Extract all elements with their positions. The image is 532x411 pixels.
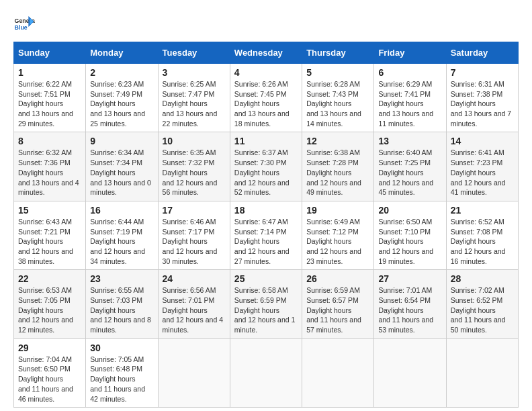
day-number: 13 <box>378 136 441 146</box>
day-number: 21 <box>451 205 514 216</box>
day-info: Sunrise: 6:28 AM Sunset: 7:43 PM Dayligh… <box>306 79 369 128</box>
calendar-cell: 20 Sunrise: 6:50 AM Sunset: 7:10 PM Dayl… <box>374 201 446 269</box>
day-number: 12 <box>306 136 369 146</box>
logo: General Blue <box>13 13 35 35</box>
calendar-cell: 12 Sunrise: 6:38 AM Sunset: 7:28 PM Dayl… <box>302 132 374 201</box>
day-number: 14 <box>451 136 514 146</box>
day-info: Sunrise: 6:38 AM Sunset: 7:28 PM Dayligh… <box>306 148 369 197</box>
day-info: Sunrise: 6:31 AM Sunset: 7:38 PM Dayligh… <box>451 79 514 128</box>
calendar-cell: 27 Sunrise: 7:01 AM Sunset: 6:54 PM Dayl… <box>374 270 446 338</box>
calendar-cell <box>446 338 518 407</box>
day-info: Sunrise: 6:37 AM Sunset: 7:30 PM Dayligh… <box>234 148 298 197</box>
calendar-cell: 1 Sunrise: 6:22 AM Sunset: 7:51 PM Dayli… <box>14 64 86 132</box>
calendar-cell: 4 Sunrise: 6:26 AM Sunset: 7:45 PM Dayli… <box>230 64 302 132</box>
day-number: 8 <box>18 136 81 146</box>
calendar-week-3: 15 Sunrise: 6:43 AM Sunset: 7:21 PM Dayl… <box>14 201 519 269</box>
day-number: 19 <box>306 205 369 216</box>
day-number: 16 <box>90 205 153 216</box>
day-info: Sunrise: 6:55 AM Sunset: 7:03 PM Dayligh… <box>90 285 153 334</box>
day-number: 22 <box>18 273 81 284</box>
day-info: Sunrise: 6:43 AM Sunset: 7:21 PM Dayligh… <box>18 217 81 266</box>
calendar-week-5: 29 Sunrise: 7:04 AM Sunset: 6:50 PM Dayl… <box>14 338 519 407</box>
calendar-cell: 15 Sunrise: 6:43 AM Sunset: 7:21 PM Dayl… <box>14 201 86 269</box>
calendar-cell: 13 Sunrise: 6:40 AM Sunset: 7:25 PM Dayl… <box>374 132 446 201</box>
calendar-week-2: 8 Sunrise: 6:32 AM Sunset: 7:36 PM Dayli… <box>14 132 519 201</box>
day-number: 24 <box>163 273 226 284</box>
day-number: 1 <box>18 67 81 78</box>
day-number: 23 <box>90 273 153 284</box>
calendar-cell <box>230 338 302 407</box>
calendar-cell: 16 Sunrise: 6:44 AM Sunset: 7:19 PM Dayl… <box>86 201 158 269</box>
calendar-cell: 14 Sunrise: 6:41 AM Sunset: 7:23 PM Dayl… <box>446 132 518 201</box>
day-number: 26 <box>306 273 369 284</box>
calendar-cell: 10 Sunrise: 6:35 AM Sunset: 7:32 PM Dayl… <box>158 132 230 201</box>
header-saturday: Saturday <box>446 42 518 64</box>
calendar-cell: 28 Sunrise: 7:02 AM Sunset: 6:52 PM Dayl… <box>446 270 518 338</box>
calendar-cell: 18 Sunrise: 6:47 AM Sunset: 7:14 PM Dayl… <box>230 201 302 269</box>
day-info: Sunrise: 7:01 AM Sunset: 6:54 PM Dayligh… <box>378 285 441 334</box>
calendar-cell <box>374 338 446 407</box>
day-info: Sunrise: 6:25 AM Sunset: 7:47 PM Dayligh… <box>163 79 226 128</box>
day-info: Sunrise: 6:47 AM Sunset: 7:14 PM Dayligh… <box>234 217 298 266</box>
calendar-cell: 6 Sunrise: 6:29 AM Sunset: 7:41 PM Dayli… <box>374 64 446 132</box>
calendar-cell: 9 Sunrise: 6:34 AM Sunset: 7:34 PM Dayli… <box>86 132 158 201</box>
day-info: Sunrise: 6:56 AM Sunset: 7:01 PM Dayligh… <box>163 285 226 334</box>
calendar-table: SundayMondayTuesdayWednesdayThursdayFrid… <box>13 42 519 408</box>
day-info: Sunrise: 6:40 AM Sunset: 7:25 PM Dayligh… <box>378 148 441 197</box>
day-number: 6 <box>378 67 441 78</box>
svg-text:Blue: Blue <box>15 24 28 31</box>
day-number: 11 <box>234 136 298 146</box>
day-info: Sunrise: 6:26 AM Sunset: 7:45 PM Dayligh… <box>234 79 298 128</box>
calendar-cell: 17 Sunrise: 6:46 AM Sunset: 7:17 PM Dayl… <box>158 201 230 269</box>
calendar-cell: 7 Sunrise: 6:31 AM Sunset: 7:38 PM Dayli… <box>446 64 518 132</box>
day-info: Sunrise: 6:58 AM Sunset: 6:59 PM Dayligh… <box>234 285 298 334</box>
day-number: 3 <box>163 67 226 78</box>
calendar-cell: 21 Sunrise: 6:52 AM Sunset: 7:08 PM Dayl… <box>446 201 518 269</box>
calendar-header-row: SundayMondayTuesdayWednesdayThursdayFrid… <box>14 42 519 64</box>
calendar-cell: 2 Sunrise: 6:23 AM Sunset: 7:49 PM Dayli… <box>86 64 158 132</box>
day-info: Sunrise: 6:23 AM Sunset: 7:49 PM Dayligh… <box>90 79 153 128</box>
day-number: 10 <box>163 136 226 146</box>
calendar-cell: 30 Sunrise: 7:05 AM Sunset: 6:48 PM Dayl… <box>86 338 158 407</box>
day-info: Sunrise: 6:41 AM Sunset: 7:23 PM Dayligh… <box>451 148 514 197</box>
day-number: 9 <box>90 136 153 146</box>
calendar-cell: 8 Sunrise: 6:32 AM Sunset: 7:36 PM Dayli… <box>14 132 86 201</box>
day-number: 27 <box>378 273 441 284</box>
header-sunday: Sunday <box>14 42 86 64</box>
day-number: 2 <box>90 67 153 78</box>
page-header: General Blue <box>13 13 519 35</box>
logo-icon: General Blue <box>13 13 35 35</box>
day-info: Sunrise: 6:50 AM Sunset: 7:10 PM Dayligh… <box>378 217 441 266</box>
day-info: Sunrise: 6:22 AM Sunset: 7:51 PM Dayligh… <box>18 79 81 128</box>
day-number: 7 <box>451 67 514 78</box>
day-info: Sunrise: 7:05 AM Sunset: 6:48 PM Dayligh… <box>90 355 153 404</box>
day-info: Sunrise: 6:49 AM Sunset: 7:12 PM Dayligh… <box>306 217 369 266</box>
day-number: 28 <box>451 273 514 284</box>
day-info: Sunrise: 6:32 AM Sunset: 7:36 PM Dayligh… <box>18 148 81 197</box>
calendar-cell: 26 Sunrise: 6:59 AM Sunset: 6:57 PM Dayl… <box>302 270 374 338</box>
day-number: 5 <box>306 67 369 78</box>
day-number: 4 <box>234 67 298 78</box>
day-number: 25 <box>234 273 298 284</box>
calendar-cell: 25 Sunrise: 6:58 AM Sunset: 6:59 PM Dayl… <box>230 270 302 338</box>
day-info: Sunrise: 6:59 AM Sunset: 6:57 PM Dayligh… <box>306 285 369 334</box>
day-info: Sunrise: 6:29 AM Sunset: 7:41 PM Dayligh… <box>378 79 441 128</box>
calendar-week-4: 22 Sunrise: 6:53 AM Sunset: 7:05 PM Dayl… <box>14 270 519 338</box>
day-info: Sunrise: 6:53 AM Sunset: 7:05 PM Dayligh… <box>18 285 81 334</box>
calendar-cell: 23 Sunrise: 6:55 AM Sunset: 7:03 PM Dayl… <box>86 270 158 338</box>
calendar-week-1: 1 Sunrise: 6:22 AM Sunset: 7:51 PM Dayli… <box>14 64 519 132</box>
day-number: 15 <box>18 205 81 216</box>
day-info: Sunrise: 6:46 AM Sunset: 7:17 PM Dayligh… <box>163 217 226 266</box>
calendar-cell <box>158 338 230 407</box>
day-info: Sunrise: 6:44 AM Sunset: 7:19 PM Dayligh… <box>90 217 153 266</box>
calendar-cell: 5 Sunrise: 6:28 AM Sunset: 7:43 PM Dayli… <box>302 64 374 132</box>
day-number: 20 <box>378 205 441 216</box>
day-info: Sunrise: 7:02 AM Sunset: 6:52 PM Dayligh… <box>451 285 514 334</box>
calendar-cell: 11 Sunrise: 6:37 AM Sunset: 7:30 PM Dayl… <box>230 132 302 201</box>
day-info: Sunrise: 6:52 AM Sunset: 7:08 PM Dayligh… <box>451 217 514 266</box>
calendar-cell <box>302 338 374 407</box>
day-number: 18 <box>234 205 298 216</box>
day-info: Sunrise: 6:35 AM Sunset: 7:32 PM Dayligh… <box>163 148 226 197</box>
calendar-cell: 22 Sunrise: 6:53 AM Sunset: 7:05 PM Dayl… <box>14 270 86 338</box>
calendar-cell: 19 Sunrise: 6:49 AM Sunset: 7:12 PM Dayl… <box>302 201 374 269</box>
